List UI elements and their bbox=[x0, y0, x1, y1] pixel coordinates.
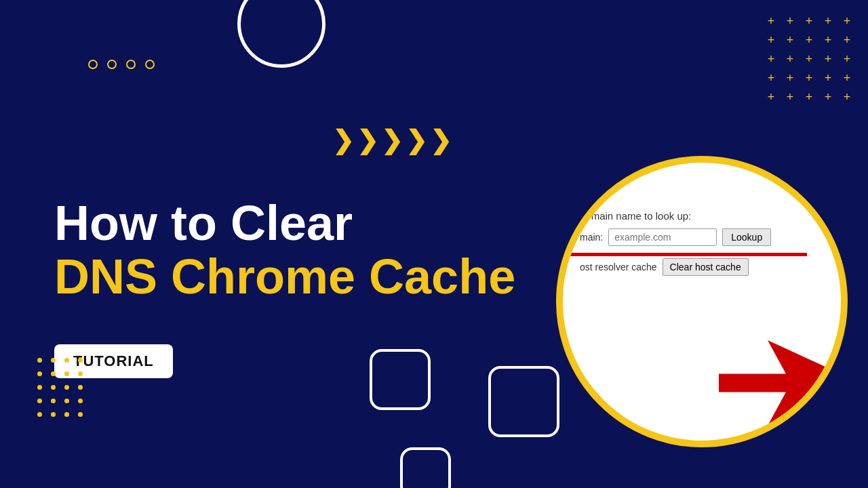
dot-4 bbox=[145, 60, 155, 69]
title-line2: DNS Chrome Cache bbox=[54, 250, 515, 304]
lookup-button[interactable]: Lookup bbox=[722, 228, 771, 246]
title-area: How to Clear DNS Chrome Cache bbox=[54, 197, 515, 304]
dns-cache-row: ost resolver cache Clear host cache bbox=[580, 258, 824, 276]
plus-grid-decoration: + + + + + + + + + + + + + + + + + + + + … bbox=[764, 14, 854, 104]
screenshot-circle: domain name to look up: main: Lookup ost… bbox=[556, 156, 848, 447]
background: + + + + + + + + + + + + + + + + + + + + … bbox=[0, 0, 868, 488]
square-decoration-2 bbox=[488, 366, 559, 437]
square-decoration-1 bbox=[370, 349, 431, 410]
red-arrow-icon bbox=[719, 339, 841, 427]
dots-grid-decoration bbox=[37, 358, 86, 420]
dns-input-row: main: Lookup bbox=[580, 228, 824, 246]
dns-lookup-input[interactable] bbox=[608, 228, 717, 246]
chevrons-decoration: ❯ ❯ ❯ ❯ ❯ bbox=[332, 127, 452, 153]
dot-2 bbox=[107, 60, 117, 69]
clear-host-cache-button[interactable]: Clear host cache bbox=[663, 258, 749, 276]
title-line1: How to Clear bbox=[54, 197, 515, 250]
chrome-dns-ui: domain name to look up: main: Lookup ost… bbox=[563, 197, 841, 289]
resolver-cache-label: ost resolver cache bbox=[580, 262, 657, 272]
dot-1 bbox=[88, 60, 98, 69]
dots-row-decoration bbox=[88, 60, 155, 69]
square-decoration-3 bbox=[400, 447, 451, 488]
svg-marker-0 bbox=[719, 340, 841, 426]
dns-domain-label: domain name to look up: bbox=[580, 210, 824, 222]
top-circle-decoration bbox=[237, 0, 326, 68]
dns-input-prefix: main: bbox=[580, 232, 603, 243]
dot-3 bbox=[126, 60, 136, 69]
